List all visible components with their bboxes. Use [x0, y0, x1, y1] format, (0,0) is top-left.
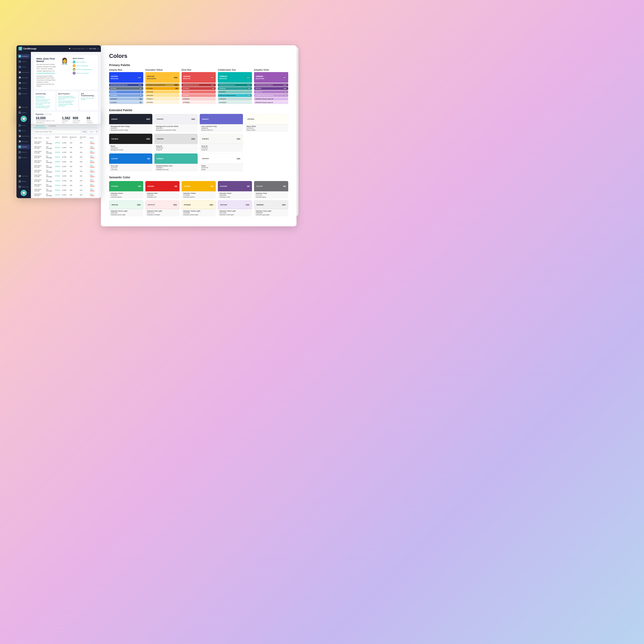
- dashboard-panel: C CareMessage 🏠 CareMessage Demo ▼ John …: [16, 45, 101, 124]
- semantic-color-title: Semantic Color: [109, 176, 288, 179]
- tab-templates[interactable]: Templates: [47, 124, 58, 128]
- outreach-file-center[interactable]: 📁 File Center: [17, 174, 30, 178]
- bp-link-1[interactable]: How to do Appointment rescheduling when …: [58, 96, 76, 100]
- sidebar-item-patients[interactable]: 👤 Patients: [17, 59, 30, 64]
- ext-text-link: #1277D7AA Text Link#1277D7Link-blue: [109, 153, 152, 171]
- delete-button[interactable]: Delete: [90, 176, 95, 177]
- sidebar-item-programs[interactable]: ⬡ Programs: [17, 91, 30, 96]
- delete-button[interactable]: Delete: [90, 166, 95, 168]
- ext-gray20: #E0E0E0AAA Gray 20#E0E0E0Gray-20: [154, 134, 198, 152]
- help-link-3[interactable]: How to get started with Messenger: [36, 102, 54, 105]
- cell-date: 04/07/2022 4:04 AM: [33, 188, 45, 192]
- table-row: 04/07/2022 4:04 AM Flu Message STATUS 12…: [33, 174, 98, 178]
- ext-white: #FFFFFFAAA White#FFFFFFWhite: [200, 153, 243, 171]
- cell-response: N/A: [69, 145, 79, 150]
- action-send-outreach[interactable]: 📢 Send an Outreach: [73, 72, 95, 75]
- sidebar-item-dashboard[interactable]: ⊞ Dashboard: [17, 54, 30, 58]
- cell-title: Flu Message: [45, 159, 54, 164]
- indicator-yellow-light: #FFB600AAA Indicator Yellow Light#FFB600…: [182, 200, 216, 216]
- delete-button[interactable]: Delete: [90, 185, 95, 187]
- outreach-icon: 📢: [19, 82, 21, 84]
- chat-button[interactable]: 💬: [21, 116, 27, 122]
- delete-button[interactable]: Delete: [90, 195, 95, 196]
- action-add-patient[interactable]: + Add a Patient: [73, 61, 95, 63]
- extended-palette-title: Extended Palette: [109, 108, 288, 112]
- drive-red-main: #E74F4FBrand-red AAA: [182, 72, 216, 83]
- stat-delivered: 908 Successfully Delivered: [73, 116, 84, 124]
- sidebar-item-settings[interactable]: ⚙ Settings: [17, 110, 30, 115]
- full-help-center-link[interactable]: Access the full Help Center: [81, 97, 96, 100]
- sidebar-item-outreach[interactable]: 📢 Outreach: [17, 81, 30, 85]
- cell-response: N/A: [69, 164, 79, 169]
- help-link-1[interactable]: Introduction to Appointments: [36, 96, 54, 98]
- help-link-4[interactable]: CareMessage's Health Education Programs.…: [36, 105, 54, 108]
- help-link-2[interactable]: How to create and use Outreach templates: [36, 99, 54, 102]
- table-row: 04/07/2022 4:04 AM Flu Message STATUS 12…: [33, 140, 98, 145]
- outreach-nav-sep: [19, 161, 29, 162]
- delete-button[interactable]: Delete: [90, 142, 95, 144]
- cell-patients: 12,500: [61, 188, 69, 192]
- table-head: Date / Time ↕ Title ↕ Status ↕ Patients …: [33, 135, 98, 140]
- stat-delivered-num: 908: [73, 116, 84, 120]
- outreach-msg-icon: 💬: [19, 140, 21, 143]
- th-patients: Patients ↕: [61, 135, 69, 140]
- cell-title: Flu Message: [45, 188, 54, 192]
- ext-gray05: #F8F8F5AAA Gray 05#F8F8F5Gray-05: [200, 134, 243, 152]
- th-title: Title ↕: [45, 135, 54, 140]
- cell-patients: 12,500: [61, 155, 69, 159]
- outreach-main: Outreach Total: 487 Create Outreach Outr…: [31, 116, 101, 198]
- quick-actions: Quick Actions + Add a Patient ✉ Send a M…: [73, 57, 95, 87]
- action-create-appointment[interactable]: 📅 Create an Appointment: [73, 68, 95, 71]
- settings-icon: ⚙: [19, 111, 21, 114]
- search-outreach-input[interactable]: [33, 130, 81, 134]
- tab-outreaches[interactable]: Outreaches: [33, 124, 47, 128]
- cell-date: 04/07/2022 4:04 AM: [33, 169, 45, 174]
- action-send-message[interactable]: ✉ Send a Message: [73, 64, 95, 67]
- reporting-title: Reporting Last 30 days: [36, 113, 96, 115]
- cell-selection: N/A: [79, 188, 89, 192]
- collaboration-teal-title: Collaboration Teal: [218, 69, 252, 71]
- bp-link-3[interactable]: Creative ways to utilize Messenger: [58, 104, 76, 106]
- bp-link-2[interactable]: How to group patients for follow-up mess…: [58, 100, 76, 103]
- outreach-chat-button[interactable]: 💬: [21, 190, 27, 196]
- header-right: 🏠 CareMessage Demo ▼ John Smith ▼: [69, 48, 99, 49]
- sidebar-item-messenger[interactable]: 💬 Messenger: [17, 75, 30, 80]
- self-troubleshoot-box: Self Troubleshooting Access the full Hel…: [79, 91, 98, 110]
- table-header-row: Date / Time ↕ Title ↕ Status ↕ Patients …: [33, 135, 98, 140]
- outreach-programs-icon: ⬡: [19, 156, 21, 159]
- sidebar-item-referrals[interactable]: ↗ Referrals: [17, 86, 30, 91]
- outreach-help[interactable]: ? Help Center: [17, 184, 30, 189]
- cell-selection: N/A: [79, 174, 89, 178]
- delete-button[interactable]: Delete: [90, 171, 95, 173]
- delete-button[interactable]: Delete: [90, 190, 95, 192]
- delete-button[interactable]: Delete: [90, 161, 95, 163]
- indicator-red-light: #FC7C7CAAA Indicator Red Light#FC7C7CInd…: [145, 200, 180, 216]
- outreach-sidebar-groups[interactable]: 👥 Groups: [17, 128, 30, 133]
- state-filter: State Select: [83, 130, 98, 134]
- outreach-sidebar-bottom: 📁 File Center ⚙ Settings ? Help Center 💬: [17, 174, 30, 196]
- delete-button[interactable]: Delete: [90, 157, 95, 158]
- outreach-settings[interactable]: ⚙ Settings: [17, 179, 30, 184]
- outreach-sidebar-programs[interactable]: ⬡ Programs: [17, 155, 30, 160]
- collaboration-teal-col: Collaboration Teal #00B5ADBrand-teal AAA…: [218, 69, 252, 104]
- sidebar-item-file-center[interactable]: 📁 File Center: [17, 105, 30, 110]
- table-row: 04/07/2022 4:04 AM Flu Message STATUS 12…: [33, 150, 98, 155]
- indicator-green-light: #E8F180AAA Indicator Green Light#E8F180I…: [109, 200, 143, 216]
- outreach-sidebar-outreach[interactable]: 📢 Outreach: [17, 145, 30, 149]
- cell-title: Flu Message: [45, 183, 54, 188]
- outreach-sidebar-messenger[interactable]: 💬 Messenger: [17, 139, 30, 144]
- sidebar-item-appointments[interactable]: 📅 Appointments: [17, 70, 30, 75]
- feedback-link[interactable]: Customer Feedback Panel.: [36, 72, 55, 74]
- th-response: Response % ↕: [69, 135, 79, 140]
- table-row: 04/07/2022 4:04 AM Flu Message STATUS 12…: [33, 178, 98, 183]
- delete-button[interactable]: Delete: [90, 147, 95, 149]
- general-help-box: General Help Introduction to Appointment…: [34, 91, 55, 110]
- delete-button[interactable]: Delete: [90, 152, 95, 154]
- delete-button[interactable]: Delete: [90, 180, 95, 182]
- th-status: Status ↕: [54, 135, 61, 140]
- outreach-sidebar-referrals[interactable]: ↗ Referrals: [17, 150, 30, 154]
- cell-date: 04/07/2022 4:04 AM: [33, 192, 45, 197]
- outreach-sidebar-appointments[interactable]: 📅 Appointments: [17, 134, 30, 138]
- state-select[interactable]: Select: [87, 130, 98, 134]
- sidebar-item-groups[interactable]: 👥 Groups: [17, 65, 30, 69]
